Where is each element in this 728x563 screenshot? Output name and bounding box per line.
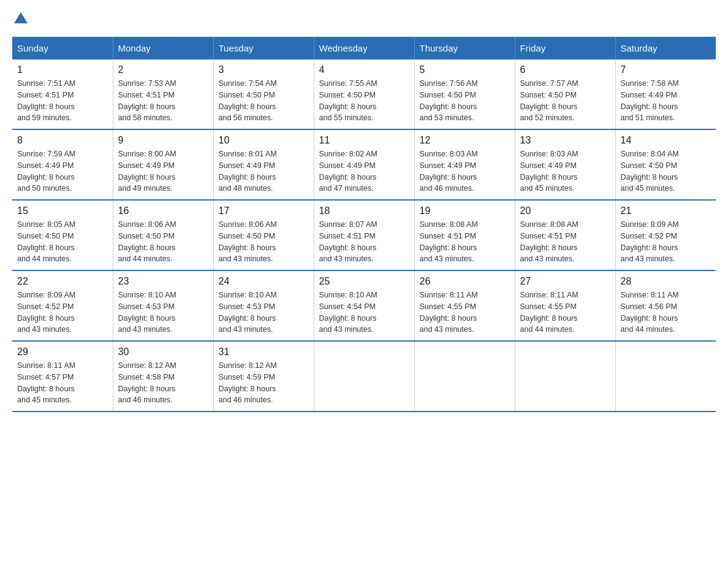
day-info: Sunrise: 7:56 AMSunset: 4:50 PMDaylight:… <box>420 78 510 124</box>
day-number: 23 <box>118 276 208 287</box>
day-number: 14 <box>621 135 711 146</box>
day-number: 6 <box>520 64 610 75</box>
day-number: 7 <box>621 64 711 75</box>
day-cell: 6 Sunrise: 7:57 AMSunset: 4:50 PMDayligh… <box>515 59 615 129</box>
day-info: Sunrise: 8:09 AMSunset: 4:52 PMDaylight:… <box>17 289 108 335</box>
day-cell <box>414 341 515 412</box>
day-number: 1 <box>17 64 108 75</box>
day-number: 10 <box>219 135 309 146</box>
day-number: 22 <box>17 276 108 287</box>
day-cell: 7 Sunrise: 7:58 AMSunset: 4:49 PMDayligh… <box>615 59 716 129</box>
day-cell: 26 Sunrise: 8:11 AMSunset: 4:55 PMDaylig… <box>414 270 515 341</box>
day-number: 26 <box>420 276 510 287</box>
day-number: 4 <box>319 64 409 75</box>
day-info: Sunrise: 8:10 AMSunset: 4:53 PMDaylight:… <box>118 289 208 335</box>
day-info: Sunrise: 8:06 AMSunset: 4:50 PMDaylight:… <box>219 219 309 265</box>
week-row-1: 1 Sunrise: 7:51 AMSunset: 4:51 PMDayligh… <box>12 59 716 129</box>
day-cell: 5 Sunrise: 7:56 AMSunset: 4:50 PMDayligh… <box>414 59 515 129</box>
day-number: 11 <box>319 135 409 146</box>
day-header-friday: Friday <box>515 37 615 59</box>
day-cell: 24 Sunrise: 8:10 AMSunset: 4:53 PMDaylig… <box>213 270 314 341</box>
day-number: 31 <box>219 347 309 358</box>
day-number: 21 <box>621 205 711 216</box>
day-info: Sunrise: 7:51 AMSunset: 4:51 PMDaylight:… <box>17 78 108 124</box>
day-cell: 30 Sunrise: 8:12 AMSunset: 4:58 PMDaylig… <box>113 341 213 412</box>
day-cell: 28 Sunrise: 8:11 AMSunset: 4:56 PMDaylig… <box>615 270 716 341</box>
day-info: Sunrise: 8:12 AMSunset: 4:59 PMDaylight:… <box>219 360 309 406</box>
day-info: Sunrise: 8:10 AMSunset: 4:54 PMDaylight:… <box>319 289 409 335</box>
day-cell <box>314 341 414 412</box>
day-info: Sunrise: 7:54 AMSunset: 4:50 PMDaylight:… <box>219 78 309 124</box>
day-number: 13 <box>520 135 610 146</box>
day-info: Sunrise: 8:00 AMSunset: 4:49 PMDaylight:… <box>118 148 208 194</box>
day-cell: 29 Sunrise: 8:11 AMSunset: 4:57 PMDaylig… <box>12 341 113 412</box>
days-header-row: SundayMondayTuesdayWednesdayThursdayFrid… <box>12 37 716 59</box>
logo-triangle-icon <box>14 11 28 25</box>
day-info: Sunrise: 8:07 AMSunset: 4:51 PMDaylight:… <box>319 219 409 265</box>
day-cell: 4 Sunrise: 7:55 AMSunset: 4:50 PMDayligh… <box>314 59 414 129</box>
day-header-sunday: Sunday <box>12 37 113 59</box>
day-cell: 2 Sunrise: 7:53 AMSunset: 4:51 PMDayligh… <box>113 59 213 129</box>
day-cell: 12 Sunrise: 8:03 AMSunset: 4:49 PMDaylig… <box>414 129 515 200</box>
day-number: 5 <box>420 64 510 75</box>
day-number: 19 <box>420 205 510 216</box>
week-row-4: 22 Sunrise: 8:09 AMSunset: 4:52 PMDaylig… <box>12 270 716 341</box>
day-number: 30 <box>118 347 208 358</box>
day-info: Sunrise: 8:03 AMSunset: 4:49 PMDaylight:… <box>520 148 610 194</box>
week-row-3: 15 Sunrise: 8:05 AMSunset: 4:50 PMDaylig… <box>12 200 716 270</box>
week-row-2: 8 Sunrise: 7:59 AMSunset: 4:49 PMDayligh… <box>12 129 716 200</box>
logo <box>12 12 28 25</box>
day-info: Sunrise: 7:59 AMSunset: 4:49 PMDaylight:… <box>17 148 108 194</box>
day-number: 20 <box>520 205 610 216</box>
day-cell: 1 Sunrise: 7:51 AMSunset: 4:51 PMDayligh… <box>12 59 113 129</box>
day-number: 9 <box>118 135 208 146</box>
day-header-tuesday: Tuesday <box>213 37 314 59</box>
day-number: 8 <box>17 135 108 146</box>
day-number: 24 <box>219 276 309 287</box>
day-cell: 9 Sunrise: 8:00 AMSunset: 4:49 PMDayligh… <box>113 129 213 200</box>
day-cell: 14 Sunrise: 8:04 AMSunset: 4:50 PMDaylig… <box>615 129 716 200</box>
day-number: 12 <box>420 135 510 146</box>
day-cell: 16 Sunrise: 8:06 AMSunset: 4:50 PMDaylig… <box>113 200 213 270</box>
day-number: 27 <box>520 276 610 287</box>
day-cell: 25 Sunrise: 8:10 AMSunset: 4:54 PMDaylig… <box>314 270 414 341</box>
day-number: 25 <box>319 276 409 287</box>
day-info: Sunrise: 8:08 AMSunset: 4:51 PMDaylight:… <box>520 219 610 265</box>
day-info: Sunrise: 8:02 AMSunset: 4:49 PMDaylight:… <box>319 148 409 194</box>
day-cell: 20 Sunrise: 8:08 AMSunset: 4:51 PMDaylig… <box>515 200 615 270</box>
day-info: Sunrise: 8:11 AMSunset: 4:55 PMDaylight:… <box>520 289 610 335</box>
day-info: Sunrise: 8:04 AMSunset: 4:50 PMDaylight:… <box>621 148 711 194</box>
day-header-thursday: Thursday <box>414 37 515 59</box>
day-number: 15 <box>17 205 108 216</box>
calendar-table: SundayMondayTuesdayWednesdayThursdayFrid… <box>12 37 716 412</box>
day-number: 28 <box>621 276 711 287</box>
day-number: 18 <box>319 205 409 216</box>
day-cell: 13 Sunrise: 8:03 AMSunset: 4:49 PMDaylig… <box>515 129 615 200</box>
day-cell: 23 Sunrise: 8:10 AMSunset: 4:53 PMDaylig… <box>113 270 213 341</box>
day-cell <box>615 341 716 412</box>
day-info: Sunrise: 8:12 AMSunset: 4:58 PMDaylight:… <box>118 360 208 406</box>
day-cell: 27 Sunrise: 8:11 AMSunset: 4:55 PMDaylig… <box>515 270 615 341</box>
day-info: Sunrise: 8:03 AMSunset: 4:49 PMDaylight:… <box>420 148 510 194</box>
day-cell: 22 Sunrise: 8:09 AMSunset: 4:52 PMDaylig… <box>12 270 113 341</box>
day-info: Sunrise: 8:06 AMSunset: 4:50 PMDaylight:… <box>118 219 208 265</box>
day-info: Sunrise: 7:55 AMSunset: 4:50 PMDaylight:… <box>319 78 409 124</box>
day-header-wednesday: Wednesday <box>314 37 414 59</box>
day-info: Sunrise: 8:09 AMSunset: 4:52 PMDaylight:… <box>621 219 711 265</box>
day-cell: 18 Sunrise: 8:07 AMSunset: 4:51 PMDaylig… <box>314 200 414 270</box>
day-info: Sunrise: 8:10 AMSunset: 4:53 PMDaylight:… <box>219 289 309 335</box>
day-info: Sunrise: 7:58 AMSunset: 4:49 PMDaylight:… <box>621 78 711 124</box>
week-row-5: 29 Sunrise: 8:11 AMSunset: 4:57 PMDaylig… <box>12 341 716 412</box>
day-header-monday: Monday <box>113 37 213 59</box>
svg-marker-0 <box>14 12 28 23</box>
day-info: Sunrise: 8:11 AMSunset: 4:56 PMDaylight:… <box>621 289 711 335</box>
day-info: Sunrise: 7:53 AMSunset: 4:51 PMDaylight:… <box>118 78 208 124</box>
page-header <box>12 12 716 25</box>
day-cell: 17 Sunrise: 8:06 AMSunset: 4:50 PMDaylig… <box>213 200 314 270</box>
day-number: 2 <box>118 64 208 75</box>
day-info: Sunrise: 8:01 AMSunset: 4:49 PMDaylight:… <box>219 148 309 194</box>
day-number: 16 <box>118 205 208 216</box>
day-cell: 21 Sunrise: 8:09 AMSunset: 4:52 PMDaylig… <box>615 200 716 270</box>
day-cell: 19 Sunrise: 8:08 AMSunset: 4:51 PMDaylig… <box>414 200 515 270</box>
day-cell <box>515 341 615 412</box>
